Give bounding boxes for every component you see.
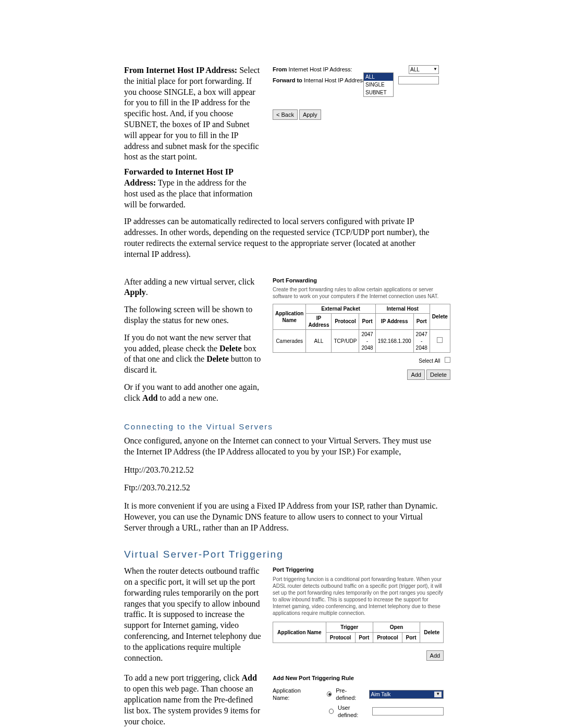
from-ip-select[interactable]: ALL ▼ (409, 65, 439, 74)
pf-add-button[interactable]: Add (407, 369, 425, 380)
pf-h-del: Delete (430, 304, 450, 329)
radio-userdefined[interactable] (329, 709, 334, 714)
chevron-down-icon: ▼ (433, 67, 437, 72)
pf-extport: 2047 - 2048 (359, 329, 375, 352)
pt-h-app: Application Name (273, 622, 326, 643)
p-after-apply: Apply (124, 288, 146, 297)
pf-selectall-checkbox[interactable] (445, 357, 450, 363)
pt-table: Application Name Trigger Open Delete Pro… (273, 622, 444, 643)
pf-desc: Create the port forwarding rules to allo… (273, 286, 450, 300)
para-redirect: IP addresses can be automatically redire… (124, 216, 439, 260)
pf-h-extproto: Protocol (332, 313, 359, 329)
pt-left-p2a: To add a new port triggering, click (124, 673, 241, 682)
connect-url2: Ftp://203.70.212.52 (124, 483, 439, 493)
userdefined-input[interactable] (372, 707, 444, 715)
rule-appname-label: Application Name: (273, 687, 315, 702)
pt-title: Port Triggering (273, 566, 444, 573)
dropdown-opt-subnet[interactable]: SUBNET (364, 89, 393, 96)
chevron-down-icon: ▼ (434, 692, 442, 697)
pt-h-o-port: Port (402, 632, 420, 643)
shot1-fwd-bold: Forward to (273, 77, 302, 83)
pt-left-p2b: Add (241, 673, 256, 682)
pf-selectall-label: Select All (419, 358, 440, 364)
predefined-select[interactable]: Aim Talk ▼ (369, 690, 444, 699)
pt-h-t-proto: Protocol (326, 632, 355, 643)
shot1-from-bold: From (273, 66, 287, 72)
pf-h-extport: Port (359, 313, 375, 329)
pf-h-int: Internal Host (375, 304, 430, 313)
shot1-from-rest: Internet Host IP Address: (287, 66, 352, 72)
pt-h-trigger: Trigger (326, 622, 373, 632)
p-del4: Delete (206, 354, 229, 363)
heading-from-ip: From Internet Host IP Address: (124, 66, 237, 75)
pf-h-intport: Port (413, 313, 430, 329)
pf-h-intip: IP Address (375, 313, 413, 329)
pt-h-del: Delete (420, 622, 444, 643)
p-add3: to add a new one. (157, 393, 218, 402)
label-predefined: Pre-defined: (336, 687, 364, 702)
p-following: The following screen will be shown to di… (124, 304, 262, 326)
pf-extip: ALL (306, 329, 332, 352)
p-add2: Add (142, 393, 157, 402)
pt-left-p1: When the router detects outbound traffic… (124, 566, 262, 663)
pf-h-ext: External Packet (306, 304, 375, 313)
apply-button[interactable]: Apply (299, 109, 321, 120)
back-button[interactable]: < Back (273, 109, 298, 120)
pf-delete-button[interactable]: Delete (426, 369, 450, 380)
pt-h-t-port: Port (355, 632, 373, 643)
pf-title: Port Forwarding (273, 277, 450, 284)
from-ip-select-value: ALL (410, 66, 420, 73)
heading-port-triggering: Virtual Server-Port Triggering (124, 548, 439, 561)
from-ip-dropdown[interactable]: ALL SINGLE SUBNET (363, 72, 394, 97)
pt-left-p2c: to open this web page. Than choose an ap… (124, 684, 260, 725)
pf-intip: 192.168.1.200 (375, 329, 413, 352)
predefined-value: Aim Talk (371, 691, 391, 698)
shot1-fwd-rest: Internal Host IP Address: (302, 77, 368, 83)
pt-desc: Port triggering funcion is a conditional… (273, 576, 444, 616)
p-del2: Delete (219, 344, 242, 353)
connect-url1: Http://203.70.212.52 (124, 465, 439, 476)
forward-ip-input[interactable] (398, 76, 439, 84)
pf-app: Camerades (273, 329, 306, 352)
dropdown-opt-single[interactable]: SINGLE (364, 81, 393, 89)
pt-add-button[interactable]: Add (426, 650, 444, 661)
pf-delete-checkbox[interactable] (437, 337, 443, 343)
p-after2: . (146, 288, 148, 297)
heading-connecting: Connecting to the Virtual Servers (124, 422, 439, 432)
dropdown-opt-all[interactable]: ALL (364, 73, 393, 81)
p-after1: After adding a new virtual server, click (124, 277, 254, 286)
pf-intport: 2047 - 2048 (413, 329, 430, 352)
pf-extproto: TCP/UDP (332, 329, 359, 352)
connect-p2: It is more convenient if you are using a… (124, 501, 439, 533)
pf-table: Application Name External Packet Interna… (273, 304, 450, 353)
pt-h-open: Open (373, 622, 420, 632)
radio-predefined[interactable] (327, 692, 332, 697)
label-userdefined: User defined: (338, 704, 368, 719)
pf-h-extip: IP Address (306, 313, 332, 329)
connect-p1: Once configured, anyone on the Internet … (124, 436, 439, 458)
table-row: Camerades ALL TCP/UDP 2047 - 2048 192.16… (273, 329, 450, 352)
rule-title: Add New Port Triggering Rule (273, 674, 444, 682)
pf-h-app: Application Name (273, 304, 306, 329)
para-from-ip: Select the initial place for port forwar… (124, 66, 260, 161)
pt-h-o-proto: Protocol (373, 632, 402, 643)
